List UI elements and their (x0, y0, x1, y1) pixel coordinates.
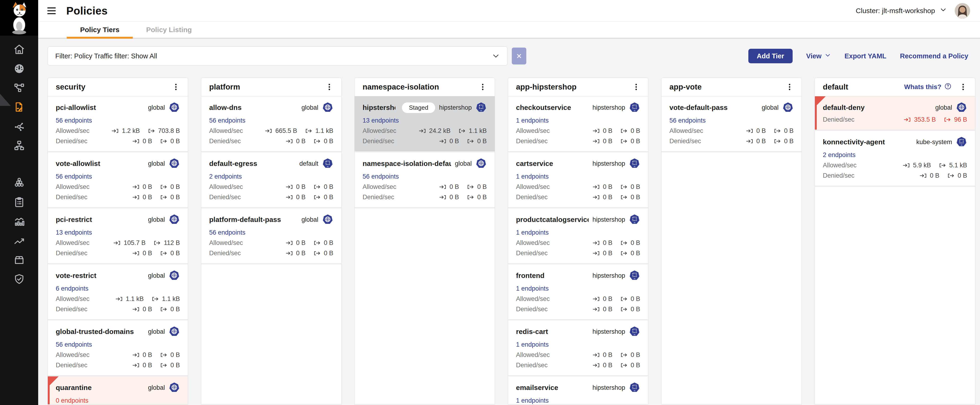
sidebar-item-statistics[interactable] (0, 212, 38, 231)
stat-row: Denied/sec0 B0 B (516, 249, 640, 257)
endpoints-link[interactable]: 56 endpoints (209, 116, 245, 124)
tier-header: namespace-isolation (355, 78, 495, 96)
endpoints-link[interactable]: 1 endpoints (516, 116, 549, 124)
tier-menu-button[interactable] (325, 82, 334, 92)
export-yaml-button[interactable]: Export YAML (845, 52, 886, 60)
tier-menu-button[interactable] (631, 82, 641, 92)
endpoints-link[interactable]: 13 endpoints (363, 116, 399, 124)
tier-menu-button[interactable] (958, 82, 968, 92)
endpoints-link[interactable]: 56 endpoints (56, 172, 92, 180)
sidebar-item-trends[interactable] (0, 231, 38, 250)
packages-icon (13, 254, 25, 266)
add-tier-button[interactable]: Add Tier (748, 49, 792, 63)
sidebar-item-policies[interactable] (0, 97, 38, 117)
view-button[interactable]: View (806, 52, 831, 60)
policy-card-default-egress[interactable]: default-egressdefaultns2 endpointsAllowe… (201, 152, 341, 208)
sidebar-item-clusters[interactable] (0, 174, 38, 193)
ingress-icon (593, 296, 600, 302)
policy-card-konnectivity-agent[interactable]: konnectivity-agentkube-systemns2 endpoin… (815, 131, 975, 187)
ingress-value: 0 B (603, 295, 612, 303)
policy-filter-dropdown[interactable]: Filter: Policy Traffic filter: Show All (48, 46, 508, 65)
whats-this-link[interactable]: Whats this? (904, 83, 952, 92)
globe-icon (169, 382, 180, 393)
stat-label: Denied/sec (56, 193, 88, 201)
policy-card-quarantine[interactable]: quarantineglobal0 endpoints (48, 376, 188, 405)
endpoints-link[interactable]: 56 endpoints (56, 116, 92, 124)
scope-label: global (148, 216, 165, 223)
endpoints-link[interactable]: 56 endpoints (209, 228, 245, 236)
clear-filter-button[interactable]: ✕ (512, 48, 526, 64)
policy-card-vote-allowlist[interactable]: vote-allowlistglobal56 endpointsAllowed/… (48, 152, 188, 208)
policy-card-global-trusted-domains[interactable]: global-trusted-domainsglobal56 endpoints… (48, 320, 188, 376)
ingress-icon (593, 306, 600, 313)
sidebar-item-service-graph[interactable] (0, 117, 38, 136)
endpoints-link[interactable]: 2 endpoints (823, 151, 856, 159)
policy-card-frontend[interactable]: frontendhipstershopns1 endpointsAllowed/… (508, 265, 648, 320)
policy-card-pci-allowlist[interactable]: pci-allowlistglobal56 endpointsAllowed/s… (48, 96, 188, 152)
stat-label: Allowed/sec (209, 183, 243, 191)
endpoints-link[interactable]: 1 endpoints (516, 172, 549, 180)
policy-card-platform-default-pass[interactable]: platform-default-passglobal56 endpointsA… (201, 208, 341, 265)
sidebar-item-shield-check[interactable] (0, 269, 38, 289)
recommend-policy-button[interactable]: Recommend a Policy (900, 52, 968, 60)
stat-row: Denied/sec0 B0 B (363, 193, 487, 201)
ingress-value: 0 B (603, 249, 612, 257)
policy-name: pci-restrict (56, 215, 92, 224)
policy-name: vote-allowlist (56, 159, 100, 168)
ingress-value: 0 B (449, 137, 459, 145)
egress-icon (151, 296, 159, 302)
ingress-value: 0 B (143, 183, 152, 191)
egress-value: 0 B (630, 183, 640, 191)
policy-card-checkoutservice[interactable]: checkoutservicehipstershopns1 endpointsA… (508, 96, 648, 152)
stat-row: Denied/sec0 B0 B (516, 193, 640, 201)
policy-card-emailservice[interactable]: emailservicehipstershopns1 endpointsAllo… (508, 376, 648, 405)
tier-namespace-isolation: namespace-isolationhipstershop-gh…Staged… (355, 78, 495, 405)
policy-card-cartservice[interactable]: cartservicehipstershopns1 endpointsAllow… (508, 152, 648, 208)
endpoints-link[interactable]: 1 endpoints (516, 228, 549, 236)
policy-name: hipstershop-gh… (363, 103, 395, 112)
tier-menu-button[interactable] (171, 82, 181, 92)
policy-card-vote-restrict[interactable]: vote-restrictglobal6 endpointsAllowed/se… (48, 265, 188, 320)
endpoints-link[interactable]: 0 endpoints (56, 397, 89, 405)
policy-card-redis-cart[interactable]: redis-carthipstershopns1 endpointsAllowe… (508, 320, 648, 376)
ingress-value: 0 B (603, 361, 612, 369)
endpoints-link[interactable]: 1 endpoints (516, 285, 549, 292)
sidebar-item-packages[interactable] (0, 250, 38, 269)
user-avatar[interactable] (955, 3, 970, 19)
policy-name: pci-allowlist (56, 103, 96, 112)
endpoints-link[interactable]: 56 endpoints (670, 116, 706, 124)
egress-value: 0 B (324, 137, 333, 145)
sidebar-item-dashboard[interactable] (0, 59, 38, 78)
endpoints-link[interactable]: 1 endpoints (516, 341, 549, 349)
policy-card-allow-dns[interactable]: allow-dnsglobal56 endpointsAllowed/sec66… (201, 96, 341, 152)
tab-policy-listing[interactable]: Policy Listing (133, 22, 205, 38)
endpoints-link[interactable]: 2 endpoints (209, 172, 242, 180)
policy-card-hipstershop-gh[interactable]: hipstershop-gh…Stagedhipstershopns13 end… (355, 96, 495, 152)
ingress-value: 0 B (143, 249, 152, 257)
sidebar-item-home[interactable] (0, 40, 38, 59)
policy-card-pci-restrict[interactable]: pci-restrictglobal13 endpointsAllowed/se… (48, 208, 188, 265)
hamburger-menu-icon[interactable] (46, 6, 57, 16)
ingress-value: 0 B (603, 351, 612, 359)
policy-card-productcatalogservice[interactable]: productcatalogservicehipstershopns1 endp… (508, 208, 648, 265)
endpoints-link[interactable]: 1 endpoints (516, 397, 549, 405)
tier-menu-button[interactable] (478, 82, 488, 92)
cluster-selector[interactable]: Cluster: jlt-msft-workshop (856, 6, 947, 15)
endpoints-link[interactable]: 13 endpoints (56, 228, 92, 236)
egress-icon (467, 138, 474, 144)
tab-policy-tiers[interactable]: Policy Tiers (67, 22, 133, 38)
policy-card-namespace-isolation-default-p[interactable]: namespace-isolation-default-p…global56 e… (355, 152, 495, 208)
ingress-icon (439, 184, 447, 190)
sidebar-item-compliance-reports[interactable] (0, 193, 38, 212)
tier-menu-button[interactable] (785, 82, 794, 92)
stat-label: Denied/sec (516, 249, 547, 257)
sidebar-item-network-topology[interactable] (0, 78, 38, 97)
policy-card-vote-default-pass[interactable]: vote-default-passglobal56 endpointsAllow… (662, 96, 802, 152)
endpoints-link[interactable]: 56 endpoints (363, 172, 399, 180)
endpoints-link[interactable]: 56 endpoints (56, 341, 92, 349)
policy-card-default-deny[interactable]: default-denyglobalDenied/sec353.5 B96 B (815, 96, 975, 131)
sidebar-item-endpoints-tree[interactable] (0, 136, 38, 155)
whats-this-label: Whats this? (904, 83, 941, 91)
endpoints-link[interactable]: 6 endpoints (56, 285, 89, 292)
ingress-icon (113, 240, 121, 246)
